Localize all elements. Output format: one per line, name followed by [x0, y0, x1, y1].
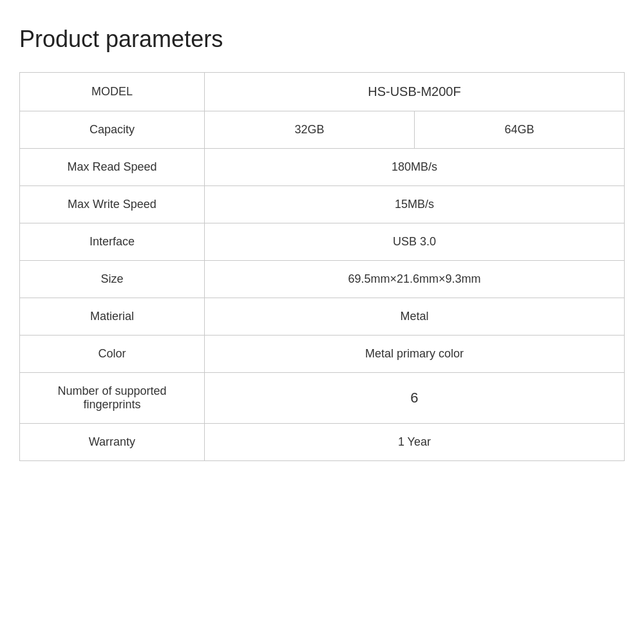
row-value-primary: 32GB — [204, 111, 414, 149]
row-value: USB 3.0 — [204, 223, 624, 261]
row-value: Metal — [204, 298, 624, 336]
row-label: Max Read Speed — [20, 149, 205, 186]
row-label: Color — [20, 336, 205, 373]
row-value: Metal primary color — [204, 336, 624, 373]
row-value-secondary: 64GB — [414, 111, 624, 149]
table-row: InterfaceUSB 3.0 — [20, 223, 625, 261]
row-value: 15MB/s — [204, 186, 624, 223]
table-row: Capacity32GB64GB — [20, 111, 625, 149]
table-row: Max Write Speed15MB/s — [20, 186, 625, 223]
row-label: Warranty — [20, 424, 205, 461]
row-label: Matierial — [20, 298, 205, 336]
table-row: MODELHS-USB-M200F — [20, 73, 625, 111]
table-row: ColorMetal primary color — [20, 336, 625, 373]
row-label: Max Write Speed — [20, 186, 205, 223]
row-value: 180MB/s — [204, 149, 624, 186]
row-label: Size — [20, 261, 205, 298]
table-row: Max Read Speed180MB/s — [20, 149, 625, 186]
spec-table: MODELHS-USB-M200FCapacity32GB64GBMax Rea… — [19, 72, 625, 461]
table-row: MatierialMetal — [20, 298, 625, 336]
row-label: Capacity — [20, 111, 205, 149]
row-value: 6 — [204, 373, 624, 424]
page-container: Product parameters MODELHS-USB-M200FCapa… — [19, 26, 625, 461]
table-row: Size69.5mm×21.6mm×9.3mm — [20, 261, 625, 298]
row-value: 69.5mm×21.6mm×9.3mm — [204, 261, 624, 298]
row-label: Number of supported fingerprints — [20, 373, 205, 424]
row-label: MODEL — [20, 73, 205, 111]
row-value: 1 Year — [204, 424, 624, 461]
table-row: Number of supported fingerprints6 — [20, 373, 625, 424]
table-row: Warranty1 Year — [20, 424, 625, 461]
page-title: Product parameters — [19, 26, 625, 53]
row-label: Interface — [20, 223, 205, 261]
row-value: HS-USB-M200F — [204, 73, 624, 111]
